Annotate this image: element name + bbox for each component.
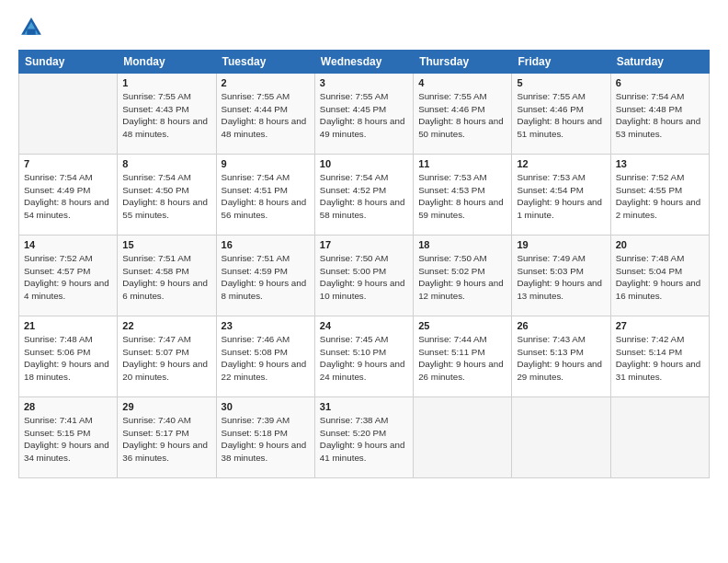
day-number: 8 <box>122 158 210 169</box>
day-number: 15 <box>122 239 210 250</box>
day-number: 18 <box>418 239 506 250</box>
day-number: 25 <box>418 320 506 331</box>
day-number: 4 <box>418 77 506 88</box>
calendar-cell: 27Sunrise: 7:42 AMSunset: 5:14 PMDayligh… <box>610 316 709 397</box>
day-info: Sunrise: 7:53 AMSunset: 4:54 PMDaylight:… <box>517 171 605 222</box>
day-info: Sunrise: 7:55 AMSunset: 4:46 PMDaylight:… <box>517 90 605 141</box>
day-number: 6 <box>616 77 704 88</box>
calendar-cell: 22Sunrise: 7:47 AMSunset: 5:07 PMDayligh… <box>118 316 216 397</box>
day-info: Sunrise: 7:47 AMSunset: 5:07 PMDaylight:… <box>122 333 210 384</box>
day-info: Sunrise: 7:54 AMSunset: 4:48 PMDaylight:… <box>616 90 704 141</box>
calendar-cell: 10Sunrise: 7:54 AMSunset: 4:52 PMDayligh… <box>314 155 413 236</box>
calendar-cell: 12Sunrise: 7:53 AMSunset: 4:54 PMDayligh… <box>512 155 610 236</box>
day-number: 14 <box>24 239 112 250</box>
day-number: 9 <box>222 158 310 169</box>
day-info: Sunrise: 7:51 AMSunset: 4:59 PMDaylight:… <box>222 252 310 303</box>
calendar-cell: 3Sunrise: 7:55 AMSunset: 4:45 PMDaylight… <box>314 74 413 155</box>
day-info: Sunrise: 7:54 AMSunset: 4:52 PMDaylight:… <box>320 171 408 222</box>
logo-icon <box>18 15 44 40</box>
day-info: Sunrise: 7:54 AMSunset: 4:49 PMDaylight:… <box>24 171 112 222</box>
day-number: 7 <box>24 158 112 169</box>
day-info: Sunrise: 7:50 AMSunset: 5:02 PMDaylight:… <box>418 252 506 303</box>
weekday-row: SundayMondayTuesdayWednesdayThursdayFrid… <box>19 51 710 74</box>
calendar-week-3: 14Sunrise: 7:52 AMSunset: 4:57 PMDayligh… <box>19 236 710 316</box>
calendar-cell: 17Sunrise: 7:50 AMSunset: 5:00 PMDayligh… <box>314 236 413 316</box>
day-number: 26 <box>517 320 605 331</box>
day-number: 11 <box>418 158 506 169</box>
day-info: Sunrise: 7:44 AMSunset: 5:11 PMDaylight:… <box>418 333 506 384</box>
day-number: 20 <box>616 239 704 250</box>
day-info: Sunrise: 7:42 AMSunset: 5:14 PMDaylight:… <box>616 333 704 384</box>
day-number: 3 <box>320 77 408 88</box>
day-number: 29 <box>122 401 210 412</box>
day-info: Sunrise: 7:48 AMSunset: 5:06 PMDaylight:… <box>24 333 112 384</box>
weekday-header-sunday: Sunday <box>19 51 118 74</box>
day-info: Sunrise: 7:43 AMSunset: 5:13 PMDaylight:… <box>517 333 605 384</box>
day-number: 27 <box>616 320 704 331</box>
calendar-cell: 28Sunrise: 7:41 AMSunset: 5:15 PMDayligh… <box>19 397 118 478</box>
calendar-cell: 30Sunrise: 7:39 AMSunset: 5:18 PMDayligh… <box>216 397 314 478</box>
calendar-cell <box>512 397 610 478</box>
calendar-cell: 25Sunrise: 7:44 AMSunset: 5:11 PMDayligh… <box>414 316 512 397</box>
weekday-header-thursday: Thursday <box>414 51 512 74</box>
day-number: 12 <box>517 158 605 169</box>
calendar-cell: 18Sunrise: 7:50 AMSunset: 5:02 PMDayligh… <box>414 236 512 316</box>
day-info: Sunrise: 7:50 AMSunset: 5:00 PMDaylight:… <box>320 252 408 303</box>
day-info: Sunrise: 7:41 AMSunset: 5:15 PMDaylight:… <box>24 414 112 465</box>
day-number: 23 <box>222 320 310 331</box>
day-number: 19 <box>517 239 605 250</box>
day-info: Sunrise: 7:52 AMSunset: 4:57 PMDaylight:… <box>24 252 112 303</box>
calendar-cell: 23Sunrise: 7:46 AMSunset: 5:08 PMDayligh… <box>216 316 314 397</box>
day-number: 22 <box>122 320 210 331</box>
weekday-header-saturday: Saturday <box>610 51 709 74</box>
day-info: Sunrise: 7:52 AMSunset: 4:55 PMDaylight:… <box>616 171 704 222</box>
calendar-cell: 13Sunrise: 7:52 AMSunset: 4:55 PMDayligh… <box>610 155 709 236</box>
calendar-cell <box>610 397 709 478</box>
calendar-cell: 4Sunrise: 7:55 AMSunset: 4:46 PMDaylight… <box>414 74 512 155</box>
day-number: 16 <box>222 239 310 250</box>
calendar-cell: 7Sunrise: 7:54 AMSunset: 4:49 PMDaylight… <box>19 155 118 236</box>
calendar-cell: 31Sunrise: 7:38 AMSunset: 5:20 PMDayligh… <box>314 397 413 478</box>
calendar-cell: 5Sunrise: 7:55 AMSunset: 4:46 PMDaylight… <box>512 74 610 155</box>
calendar-cell <box>414 397 512 478</box>
calendar-week-2: 7Sunrise: 7:54 AMSunset: 4:49 PMDaylight… <box>19 155 710 236</box>
calendar-cell: 21Sunrise: 7:48 AMSunset: 5:06 PMDayligh… <box>19 316 118 397</box>
calendar-cell: 20Sunrise: 7:48 AMSunset: 5:04 PMDayligh… <box>610 236 709 316</box>
day-number: 31 <box>320 401 408 412</box>
calendar-cell: 6Sunrise: 7:54 AMSunset: 4:48 PMDaylight… <box>610 74 709 155</box>
weekday-header-wednesday: Wednesday <box>314 51 413 74</box>
calendar-cell: 15Sunrise: 7:51 AMSunset: 4:58 PMDayligh… <box>118 236 216 316</box>
calendar-table: SundayMondayTuesdayWednesdayThursdayFrid… <box>18 50 710 478</box>
day-number: 2 <box>222 77 310 88</box>
calendar-cell: 2Sunrise: 7:55 AMSunset: 4:44 PMDaylight… <box>216 74 314 155</box>
day-info: Sunrise: 7:55 AMSunset: 4:43 PMDaylight:… <box>122 90 210 141</box>
day-info: Sunrise: 7:51 AMSunset: 4:58 PMDaylight:… <box>122 252 210 303</box>
day-number: 10 <box>320 158 408 169</box>
calendar-cell: 26Sunrise: 7:43 AMSunset: 5:13 PMDayligh… <box>512 316 610 397</box>
day-info: Sunrise: 7:39 AMSunset: 5:18 PMDaylight:… <box>222 414 310 465</box>
day-number: 5 <box>517 77 605 88</box>
calendar-cell: 1Sunrise: 7:55 AMSunset: 4:43 PMDaylight… <box>118 74 216 155</box>
day-info: Sunrise: 7:54 AMSunset: 4:50 PMDaylight:… <box>122 171 210 222</box>
calendar-cell: 16Sunrise: 7:51 AMSunset: 4:59 PMDayligh… <box>216 236 314 316</box>
day-info: Sunrise: 7:53 AMSunset: 4:53 PMDaylight:… <box>418 171 506 222</box>
weekday-header-tuesday: Tuesday <box>216 51 314 74</box>
calendar-week-1: 1Sunrise: 7:55 AMSunset: 4:43 PMDaylight… <box>19 74 710 155</box>
day-info: Sunrise: 7:40 AMSunset: 5:17 PMDaylight:… <box>122 414 210 465</box>
day-info: Sunrise: 7:38 AMSunset: 5:20 PMDaylight:… <box>320 414 408 465</box>
day-info: Sunrise: 7:54 AMSunset: 4:51 PMDaylight:… <box>222 171 310 222</box>
day-number: 13 <box>616 158 704 169</box>
svg-rect-2 <box>27 29 35 35</box>
day-info: Sunrise: 7:55 AMSunset: 4:46 PMDaylight:… <box>418 90 506 141</box>
day-number: 30 <box>222 401 310 412</box>
calendar-week-5: 28Sunrise: 7:41 AMSunset: 5:15 PMDayligh… <box>19 397 710 478</box>
day-info: Sunrise: 7:46 AMSunset: 5:08 PMDaylight:… <box>222 333 310 384</box>
calendar-cell <box>19 74 118 155</box>
weekday-header-friday: Friday <box>512 51 610 74</box>
page: SundayMondayTuesdayWednesdayThursdayFrid… <box>0 0 728 563</box>
day-number: 1 <box>122 77 210 88</box>
day-info: Sunrise: 7:49 AMSunset: 5:03 PMDaylight:… <box>517 252 605 303</box>
calendar-cell: 29Sunrise: 7:40 AMSunset: 5:17 PMDayligh… <box>118 397 216 478</box>
weekday-header-monday: Monday <box>118 51 216 74</box>
calendar-header: SundayMondayTuesdayWednesdayThursdayFrid… <box>19 51 710 74</box>
